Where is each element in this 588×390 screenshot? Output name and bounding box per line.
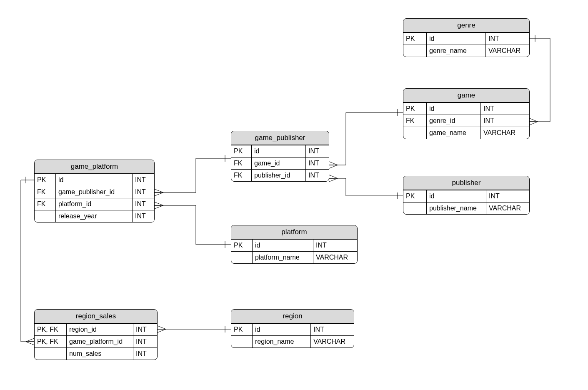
entity-publisher: publisher PK id INT publisher_name VARCH… (403, 176, 530, 215)
col-type: INT (132, 210, 154, 222)
col-name: game_publisher_id (55, 186, 132, 198)
col-key (35, 210, 55, 222)
col-type: INT (133, 323, 157, 335)
col-type: VARCHAR (480, 127, 529, 139)
entity-game-platform: game_platform PK id INT FK game_publishe… (34, 160, 155, 222)
col-name: platform_id (55, 198, 132, 210)
entity-title: genre (403, 19, 529, 32)
col-name: region_name (252, 335, 310, 348)
col-type: VARCHAR (310, 335, 354, 348)
entity-title: game_publisher (231, 131, 329, 145)
col-type: INT (132, 198, 154, 210)
col-name: platform_name (252, 251, 313, 263)
col-type: VARCHAR (313, 251, 357, 263)
col-name: genre_name (426, 45, 485, 57)
col-name: game_id (251, 157, 305, 169)
col-key: PK (403, 32, 426, 45)
col-type: INT (305, 157, 329, 169)
col-key: PK (403, 190, 426, 202)
col-key: PK, FK (35, 323, 66, 335)
entity-title: region (231, 310, 354, 323)
col-type: INT (305, 169, 329, 181)
col-key (403, 202, 426, 214)
col-key: FK (35, 198, 55, 210)
entity-platform: platform PK id INT platform_name VARCHAR (231, 225, 358, 264)
col-type: INT (480, 102, 529, 115)
entity-game-publisher: game_publisher PK id INT FK game_id INT … (231, 131, 329, 182)
col-key: PK, FK (35, 335, 66, 348)
col-name: id (55, 174, 132, 186)
entity-title: platform (231, 225, 357, 239)
col-type: INT (485, 32, 529, 45)
col-name: id (252, 239, 313, 251)
col-name: id (426, 102, 480, 115)
col-key: FK (231, 157, 251, 169)
col-key: FK (35, 186, 55, 198)
col-name: region_id (66, 323, 133, 335)
entity-title: publisher (403, 176, 529, 190)
col-name: publisher_id (251, 169, 305, 181)
col-type: INT (132, 186, 154, 198)
col-type: INT (133, 348, 157, 360)
col-type: INT (480, 115, 529, 127)
col-key: FK (403, 115, 426, 127)
col-type: INT (305, 145, 329, 157)
col-name: game_platform_id (66, 335, 133, 348)
col-key: FK (231, 169, 251, 181)
entity-title: game_platform (35, 160, 154, 174)
col-name: num_sales (66, 348, 133, 360)
col-type: INT (133, 335, 157, 348)
col-key: PK (35, 174, 55, 186)
col-name: release_year (55, 210, 132, 222)
col-key: PK (403, 102, 426, 115)
col-key: PK (231, 323, 252, 335)
entity-game: game PK id INT FK genre_id INT game_name… (403, 88, 530, 139)
col-type: INT (132, 174, 154, 186)
col-type: VARCHAR (485, 45, 529, 57)
col-key (403, 45, 426, 57)
col-type: INT (313, 239, 357, 251)
col-name: publisher_name (426, 202, 486, 214)
col-name: genre_id (426, 115, 480, 127)
col-type: INT (310, 323, 354, 335)
col-name: game_name (426, 127, 480, 139)
col-key (35, 348, 66, 360)
col-key (231, 335, 252, 348)
col-type: INT (486, 190, 529, 202)
entity-region: region PK id INT region_name VARCHAR (231, 309, 354, 348)
col-key (231, 251, 252, 263)
col-type: VARCHAR (486, 202, 529, 214)
col-key: PK (231, 239, 252, 251)
col-name: id (252, 323, 310, 335)
col-key: PK (231, 145, 251, 157)
entity-title: region_sales (35, 310, 157, 323)
entity-region-sales: region_sales PK, FK region_id INT PK, FK… (34, 309, 158, 360)
col-key (403, 127, 426, 139)
col-name: id (251, 145, 305, 157)
col-name: id (426, 190, 486, 202)
col-name: id (426, 32, 485, 45)
entity-title: game (403, 89, 529, 102)
entity-genre: genre PK id INT genre_name VARCHAR (403, 18, 530, 57)
